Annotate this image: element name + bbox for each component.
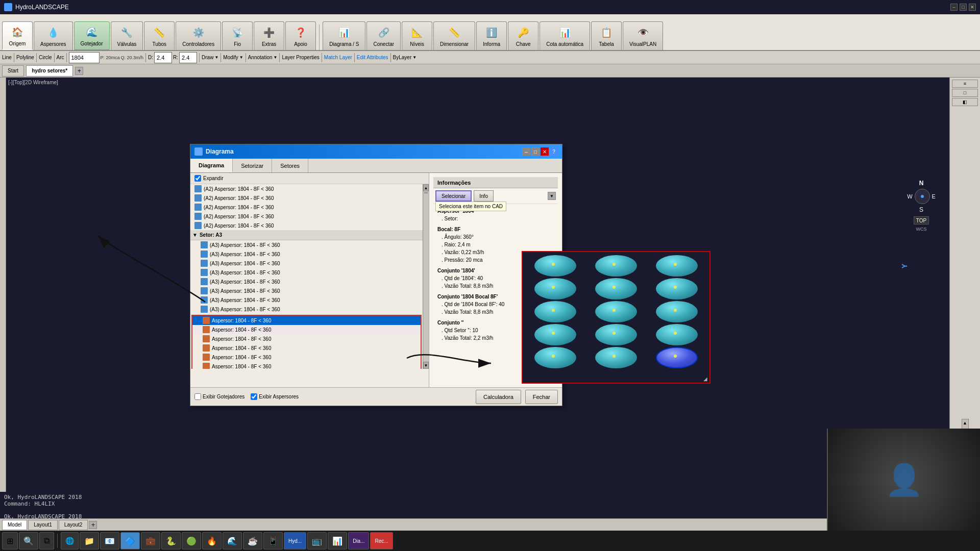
tab-aspersores[interactable]: 💧 Aspersores [34, 21, 73, 50]
tab-niveis[interactable]: 📐 Níveis [402, 21, 432, 50]
dialog-tab-setorizar[interactable]: Setorizar [233, 159, 272, 172]
tree-item[interactable]: (A2) Aspersor: 1804 - 8F < 360 [190, 212, 423, 221]
taskbar-app9-btn[interactable]: 📺 [307, 532, 327, 549]
dialog-title-bar[interactable]: Diagrama – □ ✕ ? [190, 144, 562, 159]
taskbar-app8-btn[interactable]: 📱 [263, 532, 283, 549]
expand-checkbox[interactable] [194, 175, 201, 182]
show-gotejadores-label[interactable]: Exibir Gotejadores [194, 393, 244, 400]
fechar-btn[interactable]: Fechar [525, 390, 558, 404]
dialog-help-btn[interactable]: ? [550, 147, 558, 156]
taskbar-search-btn[interactable]: 🔍 [19, 532, 38, 549]
tab-tubos[interactable]: 📏 Tubos [144, 21, 175, 50]
tab-chave[interactable]: 🔑 Chave [508, 21, 538, 50]
dialog-close-btn[interactable]: ✕ [541, 147, 549, 156]
tab-controladores[interactable]: ⚙️ Controladores [176, 21, 221, 50]
tree-section-a3[interactable]: ▼ Setor: A3 [190, 230, 423, 240]
tab-visualplan[interactable]: 👁️ VisualPLAN [623, 21, 663, 50]
tab-dimensionar[interactable]: 📏 Dimensionar [433, 21, 475, 50]
taskbar-app2-btn[interactable]: 💼 [141, 532, 160, 549]
taskbar-mail-btn[interactable]: 📧 [100, 532, 119, 549]
right-btn-2[interactable]: □ [952, 89, 978, 97]
tree-item-selected[interactable]: Aspersor: 1804 - 8F < 360 [192, 316, 421, 325]
tree-item[interactable]: (A3) Aspersor: 1804 - 8F < 360 [190, 277, 423, 286]
dialog-tab-setores[interactable]: Setores [272, 159, 308, 172]
tab-conectar[interactable]: 🔗 Conectar [366, 21, 401, 50]
tree-item[interactable]: (A2) Aspersor: 1804 - 8F < 360 [190, 221, 423, 230]
tree-item[interactable]: (A3) Aspersor: 1804 - 8F < 360 [190, 240, 423, 249]
maximize-btn[interactable]: □ [960, 4, 967, 11]
tab-gotejador[interactable]: 🌊 Gotejador [74, 21, 110, 50]
taskbar-app6-btn[interactable]: 🌊 [223, 532, 242, 549]
taskbar-rec-btn[interactable]: Rec... [370, 532, 393, 549]
tree-scrollbar[interactable]: ▲ ▼ [423, 184, 429, 369]
tree-item[interactable]: Aspersor: 1804 - 8F < 360 [192, 362, 421, 369]
tab-start[interactable]: Start [2, 65, 24, 77]
match-layer-label[interactable]: Match Layer [324, 55, 352, 60]
tree-item[interactable]: (A3) Aspersor: 1804 - 8F < 360 [190, 249, 423, 259]
right-btn-1[interactable]: ≡ [952, 80, 978, 88]
taskbar-app3-btn[interactable]: 🐍 [161, 532, 181, 549]
dialog-maximize-btn[interactable]: □ [531, 147, 540, 156]
taskbar-app5-btn[interactable]: 🔥 [202, 532, 222, 549]
canvas-area[interactable]: [-][Top][2D Wireframe] Y N W E S TOP WCS [6, 78, 949, 492]
tree-item[interactable]: (A3) Aspersor: 1804 - 8F < 360 [190, 268, 423, 277]
right-btn-3[interactable]: ◧ [952, 98, 978, 106]
taskbar-folder-btn[interactable]: 📁 [80, 532, 99, 549]
tree-item[interactable]: (A2) Aspersor: 1804 - 8F < 360 [190, 203, 423, 212]
selecionar-btn[interactable]: Selecionar [435, 190, 472, 202]
taskbar-app10-btn[interactable]: 📊 [328, 532, 347, 549]
taskbar-ie-btn[interactable]: 🌐 [61, 532, 79, 549]
taskbar-taskview-btn[interactable]: ⧉ [39, 532, 54, 549]
scroll-down-btn[interactable]: ▼ [423, 362, 429, 369]
tree-item[interactable]: Aspersor: 1804 - 8F < 360 [192, 334, 421, 343]
tree-item[interactable]: (A3) Aspersor: 1804 - 8F < 360 [190, 305, 423, 314]
input-1804[interactable] [69, 52, 100, 63]
right-scroll-up[interactable]: ▲ [963, 420, 967, 425]
minimize-btn[interactable]: – [950, 4, 958, 11]
tab-informa[interactable]: ℹ️ Informa [476, 21, 507, 50]
info-btn[interactable]: Info [474, 190, 494, 202]
taskbar-app4-btn[interactable]: 🟢 [182, 532, 201, 549]
resize-handle[interactable]: ◢ [703, 377, 708, 382]
taskbar-start-btn[interactable]: ⊞ [2, 532, 18, 549]
taskbar-hydro-btn[interactable]: Hyd... [284, 532, 306, 549]
tab-apoio[interactable]: ❓ Apoio [285, 21, 316, 50]
new-tab-btn[interactable]: + [75, 67, 83, 75]
tree-item[interactable]: (A2) Aspersor: 1804 - 8F < 360 [190, 184, 423, 193]
calculadora-btn[interactable]: Calculadora [476, 390, 521, 404]
dialog-tab-diagrama[interactable]: Diagrama [190, 159, 233, 172]
tab-valvulas[interactable]: 🔧 Válvulas [111, 21, 143, 50]
tab-fio[interactable]: 📡 Fio [222, 21, 253, 50]
show-gotejadores-checkbox[interactable] [194, 393, 201, 400]
tab-hydro[interactable]: hydro setores* [26, 65, 73, 77]
tab-origem[interactable]: 🏠 Origem [2, 21, 33, 50]
show-aspersores-checkbox[interactable] [251, 393, 257, 400]
r-input[interactable] [179, 52, 197, 63]
scroll-thumb[interactable] [424, 192, 428, 193]
model-tab-layout1[interactable]: Layout1 [28, 520, 58, 530]
tab-cota[interactable]: 📊 Cota automática [540, 21, 590, 50]
taskbar-app7-btn[interactable]: ☕ [243, 532, 262, 549]
tree-item[interactable]: Aspersor: 1804 - 8F < 360 [192, 353, 421, 362]
close-btn[interactable]: ✕ [969, 4, 976, 11]
tree-item[interactable]: (A3) Aspersor: 1804 - 8F < 360 [190, 295, 423, 305]
tab-diagrama[interactable]: 📊 Diagrama / S [323, 21, 365, 50]
tree-item[interactable]: Aspersor: 1804 - 8F < 360 [192, 343, 421, 353]
tree-item[interactable]: (A3) Aspersor: 1804 - 8F < 360 [190, 286, 423, 295]
dialog-minimize-btn[interactable]: – [522, 147, 530, 156]
tab-extras[interactable]: ➕ Extras [254, 21, 284, 50]
compass-top[interactable]: TOP [914, 216, 929, 224]
d-input[interactable] [154, 52, 172, 63]
tab-tabela[interactable]: 📋 Tabela [591, 21, 622, 50]
model-tab-model[interactable]: Model [2, 520, 27, 530]
scroll-up-btn[interactable]: ▲ [423, 184, 429, 191]
add-layout-btn[interactable]: + [89, 521, 97, 529]
tree-item[interactable]: (A2) Aspersor: 1804 - 8F < 360 [190, 193, 423, 203]
tree-item[interactable]: (A3) Aspersor: 1804 - 8F < 360 [190, 259, 423, 268]
show-aspersores-label[interactable]: Exibir Aspersores [251, 393, 299, 400]
model-tab-layout2[interactable]: Layout2 [59, 520, 88, 530]
taskbar-dia-btn[interactable]: Dia... [348, 532, 369, 549]
tree-item[interactable]: Aspersor: 1804 - 8F < 360 [192, 325, 421, 334]
taskbar-app1-btn[interactable]: 🔷 [120, 532, 140, 549]
info-settings-btn[interactable]: ▼ [548, 192, 556, 200]
